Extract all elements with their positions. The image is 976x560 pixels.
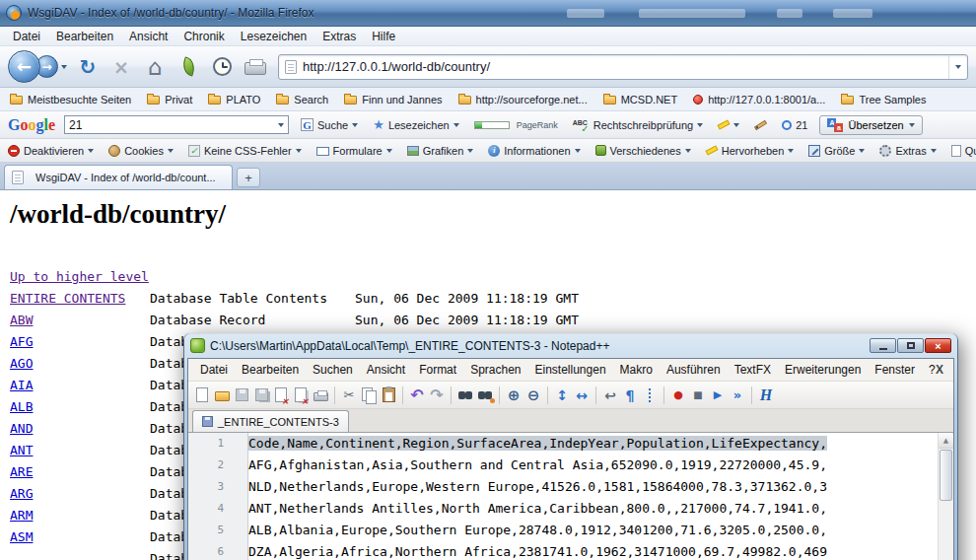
- entry-link[interactable]: ABW: [10, 313, 33, 327]
- bookmark-sourceforge[interactable]: http://sourceforge.net...: [458, 94, 588, 105]
- highlighter-button[interactable]: [715, 120, 742, 129]
- paste-icon[interactable]: [380, 386, 397, 404]
- npp-menu-bearbeiten[interactable]: Bearbeiten: [236, 361, 305, 379]
- npp-menu-datei[interactable]: Datei: [194, 361, 234, 379]
- google-search-button[interactable]: GSuche: [298, 116, 361, 133]
- entry-link[interactable]: AGO: [10, 356, 33, 371]
- notepad-editor[interactable]: 1Code,Name,Continent,Region,SurfaceArea,…: [188, 433, 953, 560]
- spellcheck-button[interactable]: ABC✓Rechtschreibprüfung: [570, 116, 707, 134]
- bookmark-meistbesuchte-seiten[interactable]: Meistbesuchte Seiten: [10, 94, 131, 105]
- new-tab-button[interactable]: +: [237, 168, 260, 187]
- firefox-titlebar[interactable]: WsgiDAV - Index of /world-db/country/ - …: [0, 0, 976, 27]
- record-macro-icon[interactable]: ●: [669, 386, 687, 404]
- bookmark-search[interactable]: Search: [276, 94, 328, 105]
- sync-vertical-scroll-icon[interactable]: ↕: [553, 386, 571, 404]
- entry-link[interactable]: ENTIRE CONTENTS: [10, 291, 125, 306]
- url-text[interactable]: http://127.0.0.1/world-db/country/: [303, 59, 948, 74]
- cut-icon[interactable]: ✂: [340, 386, 358, 404]
- webdev-css[interactable]: ✓Keine CSS-Fehler: [188, 145, 302, 157]
- up-to-higher-level-link[interactable]: Up to higher level: [10, 269, 149, 284]
- entry-link[interactable]: AIA: [10, 378, 33, 392]
- entry-link[interactable]: ARG: [10, 486, 33, 501]
- minimize-button[interactable]: [870, 338, 896, 353]
- find-icon[interactable]: [456, 386, 474, 404]
- menu-ansicht[interactable]: Ansicht: [122, 28, 174, 45]
- menu-datei[interactable]: Datei: [6, 28, 47, 45]
- stop-macro-icon[interactable]: ■: [689, 386, 707, 404]
- webdev-extras[interactable]: Extras: [879, 145, 936, 157]
- back-button[interactable]: ←: [8, 50, 40, 83]
- save-all-icon[interactable]: [252, 386, 270, 404]
- npp-menu-fenster[interactable]: Fenster: [869, 361, 921, 379]
- npp-menu-einstellungen[interactable]: Einstellungen: [529, 361, 612, 379]
- highlight-count[interactable]: 21: [779, 117, 810, 133]
- url-bar[interactable]: http://127.0.0.1/world-db/country/: [278, 54, 968, 80]
- editor-scrollbar[interactable]: ▲: [938, 433, 953, 560]
- sync-horizontal-scroll-icon[interactable]: ↔: [573, 386, 591, 404]
- redo-icon[interactable]: ↷: [428, 386, 446, 404]
- open-file-icon[interactable]: [213, 386, 231, 404]
- search-dropdown-icon[interactable]: [278, 123, 284, 127]
- pagerank-widget[interactable]: PageRank: [471, 118, 561, 132]
- menu-chronik[interactable]: Chronik: [176, 28, 231, 45]
- print-icon[interactable]: [312, 386, 329, 404]
- replace-icon[interactable]: [476, 386, 494, 404]
- close-file-icon[interactable]: [272, 386, 290, 404]
- google-bookmarks-button[interactable]: ★Lesezeichen: [370, 115, 461, 134]
- webdev-groesse[interactable]: Größe: [808, 145, 865, 157]
- webdev-hervorheben[interactable]: Hervorheben: [706, 145, 795, 157]
- npp-menu-textfx[interactable]: TextFX: [729, 361, 777, 379]
- entry-link[interactable]: AND: [10, 421, 33, 436]
- webdev-formulare[interactable]: Formulare: [316, 145, 392, 157]
- show-all-characters-icon[interactable]: ¶: [621, 386, 639, 404]
- menu-bearbeiten[interactable]: Bearbeiten: [49, 28, 120, 45]
- history-dropdown-icon[interactable]: [61, 65, 67, 69]
- entry-link[interactable]: ALB: [10, 399, 33, 414]
- google-search-box[interactable]: 21: [64, 115, 289, 134]
- stop-button[interactable]: ×: [108, 54, 134, 80]
- zoom-out-icon[interactable]: ⊖: [524, 386, 542, 404]
- google-search-value[interactable]: 21: [69, 118, 278, 132]
- npp-menu-ansicht[interactable]: Ansicht: [361, 361, 411, 379]
- npp-menu-close-x[interactable]: X: [936, 363, 943, 377]
- autofill-pencil-button[interactable]: [751, 121, 770, 129]
- undo-icon[interactable]: ↶: [408, 386, 426, 404]
- bookmark-privat[interactable]: Privat: [147, 94, 192, 105]
- close-all-icon[interactable]: [292, 386, 310, 404]
- webdev-informationen[interactable]: iInformationen: [488, 145, 580, 157]
- close-button[interactable]: ×: [925, 338, 951, 353]
- menu-extras[interactable]: Extras: [315, 28, 363, 45]
- new-file-icon[interactable]: [193, 386, 211, 404]
- indent-guide-icon[interactable]: [641, 386, 659, 404]
- history-clock-button[interactable]: [209, 54, 235, 80]
- notepad-document-tab[interactable]: _ENTIRE_CONTENTS-3: [192, 410, 349, 432]
- run-macro-multiple-icon[interactable]: »: [729, 386, 746, 404]
- npp-menu-erweiterungen[interactable]: Erweiterungen: [779, 361, 867, 379]
- npp-menu-ausfuehren[interactable]: Ausführen: [661, 361, 727, 379]
- entry-link[interactable]: ANT: [10, 443, 33, 457]
- html-preview-icon[interactable]: H: [757, 386, 775, 404]
- home-button[interactable]: ⌂: [142, 54, 168, 80]
- translate-button[interactable]: AaÜbersetzen: [819, 115, 922, 135]
- word-wrap-icon[interactable]: ↩: [601, 386, 619, 404]
- bookmark-tree-samples[interactable]: Tree Samples: [841, 94, 926, 105]
- npp-menu-sprachen[interactable]: Sprachen: [464, 361, 526, 379]
- notepad-titlebar[interactable]: C:\Users\Martin\AppData\Local\Temp\_ENTI…: [187, 333, 954, 358]
- menu-lesezeichen[interactable]: Lesezeichen: [234, 28, 314, 45]
- bookmark-finn-und-jannes[interactable]: Finn und Jannes: [344, 94, 442, 105]
- entry-link[interactable]: ASM: [10, 529, 33, 544]
- npp-menu-format[interactable]: Format: [413, 361, 462, 379]
- webdev-quelltext[interactable]: Quelltext: [951, 145, 976, 157]
- entry-link[interactable]: ARE: [10, 464, 33, 479]
- webdev-cookies[interactable]: Cookies: [108, 145, 174, 157]
- bookmark-plato[interactable]: PLATO: [208, 94, 260, 105]
- menu-hilfe[interactable]: Hilfe: [365, 28, 402, 45]
- npp-menu-suchen[interactable]: Suchen: [307, 361, 359, 379]
- print-button[interactable]: [243, 54, 268, 80]
- bookmark-localhost-8001[interactable]: http://127.0.0.1:8001/a...: [693, 94, 825, 105]
- entry-link[interactable]: AFG: [10, 334, 33, 349]
- copy-icon[interactable]: [360, 386, 378, 404]
- url-history-dropdown-button[interactable]: [948, 55, 967, 79]
- bookmark-mcsd-net[interactable]: MCSD.NET: [603, 94, 677, 105]
- save-icon[interactable]: [233, 386, 250, 404]
